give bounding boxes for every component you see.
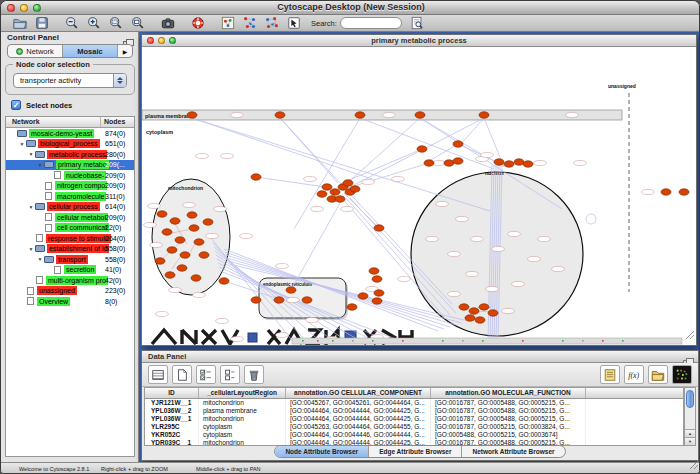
heatmap-icon[interactable] [672, 365, 692, 384]
tree-row[interactable]: ▼primary metabo209(... [6, 160, 134, 171]
table-row[interactable]: YJR121W__1mitochondrion[GO:0045267, GO:0… [145, 399, 683, 407]
table-scrollbar[interactable]: ▲ ▼ [684, 387, 696, 446]
column-header[interactable]: ID [145, 388, 199, 398]
tab-overflow-arrow[interactable]: ▶ [118, 45, 132, 57]
disclosure-triangle-icon[interactable]: ▼ [27, 246, 35, 252]
tab-mosaic[interactable]: Mosaic [63, 45, 118, 57]
tree-row[interactable]: cell communicat22(0) [6, 223, 134, 234]
network-graph[interactable]: plasma membrane cytoplasm mitochondrion … [142, 47, 696, 345]
import-attributes-icon[interactable] [648, 365, 668, 384]
table-cell: [GO:0045263, GO:0044464, GO:0044455, G..… [286, 423, 431, 431]
zoom-to-fit-icon[interactable] [127, 16, 149, 31]
tree-row[interactable]: cellular metabol209(0) [6, 212, 134, 223]
tree-row[interactable]: unassigned223(0) [6, 286, 134, 297]
network-view-title: primary metabolic process [142, 36, 696, 45]
network-view-titlebar[interactable]: primary metabolic process [142, 35, 696, 47]
disclosure-triangle-icon[interactable]: ▼ [18, 141, 26, 147]
resize-grip-icon[interactable] [689, 456, 699, 474]
notepad-icon[interactable] [600, 365, 620, 384]
select-nodes-row: ✓ Select nodes [11, 100, 72, 110]
select-nodes-checkbox[interactable]: ✓ [11, 100, 21, 110]
table-cell: [GO:0016787, GO:0005488, GO:0005215, G..… [431, 415, 586, 423]
tab-network[interactable]: Network [8, 45, 63, 57]
zoom-selected-region-icon[interactable] [105, 16, 127, 31]
scroll-down-icon[interactable]: ▼ [685, 437, 695, 445]
combobox-stepper-icon[interactable] [113, 74, 126, 87]
tree-row-count: 42(0) [105, 277, 121, 284]
control-panel-title: Control Panel [7, 33, 59, 42]
unselect-attributes-icon[interactable] [220, 365, 240, 384]
tree-row[interactable]: Overview8(0) [6, 296, 134, 307]
tree-row[interactable]: mosaic-demo-yeast874(0) [6, 128, 134, 139]
file-icon [27, 287, 34, 295]
create-attribute-icon[interactable] [172, 365, 192, 384]
disclosure-triangle-icon[interactable]: ▼ [36, 162, 44, 168]
tree-row[interactable]: secretion41(0) [6, 265, 134, 276]
mdi-desktop: primary metabolic process plasma membran… [139, 32, 700, 462]
column-header[interactable]: annotation.GO MOLECULAR_FUNCTION [431, 388, 586, 398]
search-input[interactable] [341, 18, 402, 28]
tree-row-count: 614(0) [105, 203, 125, 210]
region-plasma-membrane: plasma membrane [142, 110, 622, 120]
tree-row[interactable]: ▼metabolic process280(0) [6, 149, 134, 160]
attribute-table-header[interactable]: ID_cellularLayoutRegionannotation.GO CEL… [145, 388, 683, 399]
tree-row[interactable]: ▼biological_process651(0) [6, 139, 134, 150]
network-view-window[interactable]: primary metabolic process plasma membran… [141, 34, 697, 346]
disclosure-triangle-icon[interactable]: ▼ [36, 256, 44, 262]
column-header[interactable]: _cellularLayoutRegion [199, 388, 286, 398]
attribute-checklist-icon[interactable] [196, 365, 216, 384]
annotation-icon[interactable] [283, 16, 305, 31]
window-titlebar[interactable]: Cytoscape Desktop (New Session) [1, 1, 700, 15]
tree-row[interactable]: ▼cellular process614(0) [6, 202, 134, 213]
zoom-out-icon[interactable] [61, 16, 83, 31]
tree-row[interactable]: ▼establishment of lo558(0) [6, 244, 134, 255]
scrollbar-thumb[interactable] [686, 390, 694, 408]
data-panel-titlebar[interactable]: Data Panel [142, 351, 698, 363]
vizmapper-icon[interactable] [217, 16, 239, 31]
data-panel-window[interactable]: Data Panel f(x) ID_cellularLayoutRegiona… [141, 350, 699, 461]
table-cell: [GO:0044464, GO:0044444, GO:0044425, G..… [286, 415, 431, 423]
network-canvas[interactable]: plasma membrane cytoplasm mitochondrion … [142, 47, 696, 345]
node-color-combobox[interactable]: transporter activity [13, 73, 127, 88]
tree-row[interactable]: nucleobase-209(0) [6, 170, 134, 181]
save-session-icon[interactable] [31, 16, 53, 31]
tree-row-count: 558(0) [105, 256, 125, 263]
tree-row-label: nitrogen compo [55, 181, 107, 190]
tree-row[interactable]: nitrogen compo209(0) [6, 181, 134, 192]
table-row[interactable]: YPL036W__2plasma membrane[GO:0044464, GO… [145, 407, 683, 415]
tab-network-attribute-browser[interactable]: Network Attribute Browser [462, 446, 564, 457]
function-builder-icon[interactable]: f(x) [624, 365, 644, 384]
table-row[interactable]: YKR052Ccytoplasm[GO:0044464, GO:0044446,… [145, 431, 683, 439]
table-row[interactable]: YLR295Ccytoplasm[GO:0045263, GO:0044464,… [145, 423, 683, 431]
disclosure-triangle-icon[interactable]: ▼ [27, 151, 35, 157]
tree-row[interactable]: response to stimulu264(0) [6, 233, 134, 244]
disclosure-triangle-icon[interactable]: ▼ [27, 204, 35, 210]
snapshot-icon[interactable] [157, 16, 179, 31]
tree-row-count: 558(0) [105, 245, 125, 252]
search-settings-icon[interactable] [406, 16, 428, 31]
folder-icon [17, 130, 27, 137]
tree-column-divider[interactable] [100, 117, 101, 127]
tree-row[interactable]: macromolecule311(0) [6, 191, 134, 202]
tab-edge-attribute-browser[interactable]: Edge Attribute Browser [369, 446, 462, 457]
help-icon[interactable] [187, 16, 209, 31]
delete-attribute-icon[interactable] [244, 365, 264, 384]
tab-node-attribute-browser[interactable]: Node Attribute Browser [275, 446, 369, 457]
select-attributes-icon[interactable] [148, 365, 168, 384]
table-row[interactable]: YPL036W__1mitochondrion[GO:0044464, GO:0… [145, 415, 683, 423]
background-overview-bar [292, 338, 682, 344]
zoom-in-icon[interactable] [83, 16, 105, 31]
window-title: Cytoscape Desktop (New Session) [1, 2, 700, 12]
resize-grip-icon[interactable] [686, 326, 695, 344]
layout-2-icon[interactable] [261, 16, 283, 31]
attribute-table[interactable]: ID_cellularLayoutRegionannotation.GO CEL… [144, 387, 684, 446]
scroll-up-icon[interactable]: ▲ [685, 429, 695, 437]
layout-1-icon[interactable] [239, 16, 261, 31]
network-tree-header[interactable]: Network Nodes [6, 117, 134, 128]
network-tree-rows: mosaic-demo-yeast874(0)▼biological_proce… [6, 128, 134, 307]
tree-row[interactable]: multi-organism pro42(0) [6, 275, 134, 286]
column-header[interactable]: annotation.GO CELLULAR_COMPONENT [286, 388, 431, 398]
tree-row[interactable]: ▼transport558(0) [6, 254, 134, 265]
open-session-icon[interactable] [9, 16, 31, 31]
search-label: Search: [311, 19, 337, 28]
